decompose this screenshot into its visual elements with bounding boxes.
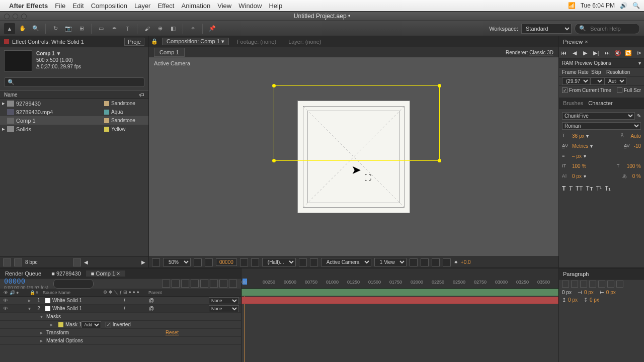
close-window-button[interactable] <box>4 14 10 19</box>
label-color[interactable] <box>104 101 109 106</box>
preview-resolution-select[interactable]: Auto <box>604 77 626 85</box>
parent-select[interactable]: None <box>209 305 239 312</box>
frame-rate-select[interactable]: (29.97) <box>562 77 590 85</box>
align-left-button[interactable] <box>562 281 569 288</box>
name-column-header[interactable]: Name <box>4 92 139 98</box>
viewer-canvas-area[interactable]: Active Camera ➤⛶ <box>149 57 558 256</box>
render-queue-tab[interactable]: Render Queue <box>0 270 46 277</box>
eyedropper-icon[interactable]: ✎ <box>637 113 641 119</box>
font-style-select[interactable]: Roman <box>562 122 641 130</box>
menu-help[interactable]: Help <box>269 2 282 10</box>
zoom-select[interactable]: 50% <box>163 258 191 266</box>
space-after-value[interactable]: 0 px <box>590 297 599 303</box>
camera-tool[interactable]: 📷 <box>63 23 74 34</box>
project-search-input[interactable] <box>15 79 141 85</box>
align-right-button[interactable] <box>580 281 587 288</box>
tracking-value[interactable]: -10 <box>634 143 641 149</box>
indent-first-value[interactable]: 0 px <box>584 290 594 295</box>
space-before-value[interactable]: 0 px <box>568 297 578 303</box>
zoom-tool[interactable]: 🔍 <box>30 23 41 34</box>
masks-group[interactable]: ▾ Masks <box>0 313 241 321</box>
leading-value[interactable]: Auto <box>630 133 641 139</box>
type-tool[interactable]: T <box>122 23 133 34</box>
mask-mode-select[interactable]: Add <box>82 321 101 328</box>
timeline-tab[interactable]: ■ 92789430 <box>46 270 86 277</box>
fast-previews-icon[interactable] <box>421 258 429 266</box>
tl-icon-7[interactable] <box>219 280 227 288</box>
label-color[interactable] <box>104 127 109 132</box>
search-icon[interactable]: 🔍 <box>632 2 640 9</box>
project-item[interactable]: 92789430.mp4 Aqua <box>0 108 148 116</box>
magnification-icon[interactable] <box>152 258 160 266</box>
timeline-layer[interactable]: 👁 ▸ 1 White Solid 1 / @ None <box>0 297 241 305</box>
layer-name[interactable]: White Solid 1 <box>52 298 108 303</box>
layer-color[interactable] <box>45 306 50 311</box>
parent-col[interactable]: Parent <box>147 290 164 295</box>
pen-tool[interactable]: ✒ <box>109 23 120 34</box>
mask-icon[interactable] <box>205 258 213 266</box>
stroke-value[interactable]: – px <box>572 153 582 159</box>
hscale-value[interactable]: 100 % <box>627 163 641 169</box>
new-folder-button[interactable] <box>14 258 22 266</box>
play-button[interactable]: ▶ <box>581 48 590 57</box>
hand-tool[interactable]: ✋ <box>17 23 28 34</box>
tsume-value[interactable]: 0 % <box>632 173 641 179</box>
transform-group[interactable]: ▸ Transform Reset <box>0 329 241 337</box>
twirl-icon[interactable]: ▸ <box>40 338 46 343</box>
superscript-button[interactable]: T¹ <box>596 185 602 192</box>
footage-tab[interactable]: Footage: (none) <box>233 39 280 45</box>
camera-select[interactable]: Active Camera <box>321 258 371 266</box>
justify-last-center-button[interactable] <box>598 281 605 288</box>
twirl-icon[interactable]: ▾ <box>40 314 46 319</box>
source-name-col[interactable]: Source Name <box>41 290 102 295</box>
project-tab[interactable]: Proje <box>124 38 144 46</box>
wifi-icon[interactable]: 📶 <box>568 2 576 9</box>
brush-tool[interactable]: 🖌 <box>141 23 152 34</box>
prev-frame-button[interactable]: ◀ <box>570 48 579 57</box>
effect-controls-tab[interactable]: Effect Controls: White Solid 1 <box>12 39 84 45</box>
eraser-tool[interactable]: ◧ <box>168 23 179 34</box>
parent-pickwhip-icon[interactable]: @ <box>149 298 154 303</box>
interpret-footage-button[interactable] <box>3 258 11 266</box>
character-tab[interactable]: Character <box>588 100 612 106</box>
rotation-tool[interactable]: ↻ <box>50 23 61 34</box>
comp-breadcrumb[interactable]: Comp 1 <box>154 48 185 57</box>
menu-animation[interactable]: Animation <box>181 2 210 10</box>
tl-icon-6[interactable] <box>210 280 218 288</box>
align-center-button[interactable] <box>571 281 578 288</box>
visibility-toggle[interactable]: 👁 <box>2 298 9 303</box>
twirl-icon[interactable]: ▾ <box>28 306 34 311</box>
twirl-icon[interactable]: ▸ <box>40 330 46 335</box>
vscale-value[interactable]: 100 % <box>572 163 586 169</box>
tl-icon-1[interactable] <box>162 280 170 288</box>
layer-bar[interactable] <box>242 289 558 296</box>
timeline-tab-active[interactable]: ■ Comp 1 × <box>86 270 125 277</box>
view-layout-select[interactable]: 1 View <box>374 258 407 266</box>
search-help-input[interactable] <box>588 25 644 33</box>
menu-view[interactable]: View <box>217 2 231 10</box>
layer-name[interactable]: White Solid 1 <box>52 306 108 311</box>
font-size-value[interactable]: 36 px <box>572 133 584 139</box>
tl-icon-4[interactable] <box>191 280 199 288</box>
last-frame-button[interactable]: ⏭ <box>602 48 612 57</box>
close-tab-icon[interactable]: × <box>585 39 588 45</box>
preview-tab[interactable]: Preview <box>563 39 583 45</box>
material-options-group[interactable]: ▸ Material Options <box>0 337 241 345</box>
timeline-search[interactable] <box>53 279 94 289</box>
faux-bold-button[interactable]: T <box>562 185 566 192</box>
comp-name[interactable]: Comp 1 ▼ <box>36 50 81 57</box>
num-col[interactable]: # <box>34 290 41 295</box>
menu-layer[interactable]: Layer <box>134 2 151 10</box>
twirl-icon[interactable]: ▸ <box>50 322 56 327</box>
puppet-tool[interactable]: 📌 <box>207 23 218 34</box>
first-frame-button[interactable]: ⏮ <box>559 48 569 57</box>
mask-name[interactable]: Mask 1 <box>65 322 82 327</box>
indent-right-value[interactable]: 0 px <box>606 290 616 295</box>
inverted-checkbox[interactable]: Inverted <box>106 322 131 327</box>
small-caps-button[interactable]: Tᴛ <box>586 185 593 192</box>
baseline-value[interactable]: 0 px <box>572 173 582 179</box>
reset-link[interactable]: Reset <box>166 330 179 335</box>
all-caps-button[interactable]: TT <box>576 185 583 192</box>
zoom-window-button[interactable] <box>21 14 27 19</box>
layer-selection-bounds[interactable] <box>274 85 440 161</box>
